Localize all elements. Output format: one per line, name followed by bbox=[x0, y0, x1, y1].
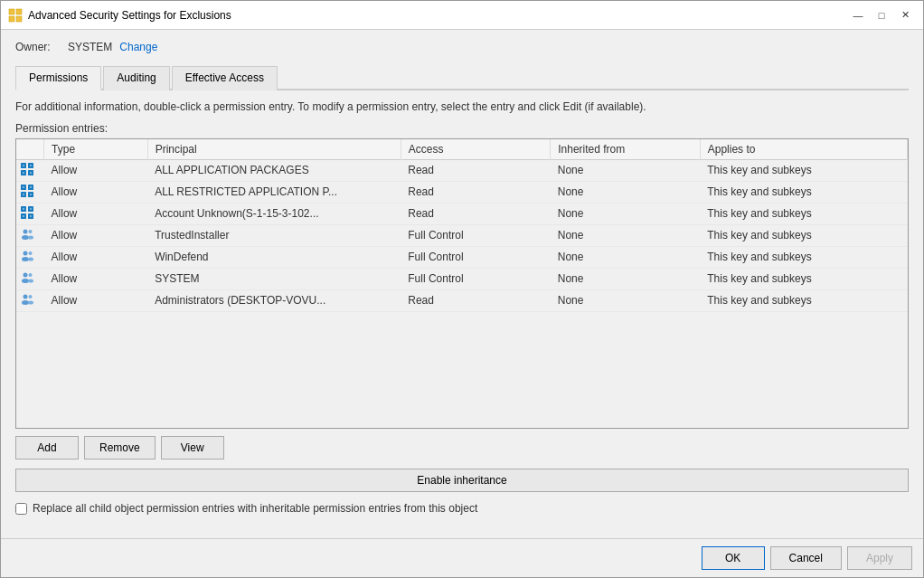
row-principal: TrustedInstaller bbox=[147, 224, 401, 246]
svg-point-38 bbox=[29, 273, 33, 277]
row-inherited-from: None bbox=[551, 246, 701, 268]
svg-point-37 bbox=[22, 279, 29, 283]
row-applies-to: This key and subkeys bbox=[700, 181, 907, 203]
svg-point-36 bbox=[24, 272, 28, 277]
col-principal-header: Principal bbox=[147, 139, 401, 160]
info-text: For additional information, double-click… bbox=[15, 99, 909, 115]
users-icon bbox=[20, 275, 34, 288]
enable-inheritance-button[interactable]: Enable inheritance bbox=[15, 469, 909, 492]
minimize-button[interactable]: — bbox=[847, 6, 869, 24]
row-access: Full Control bbox=[401, 224, 551, 246]
close-button[interactable]: ✕ bbox=[894, 6, 916, 24]
row-type: Allow bbox=[44, 203, 148, 224]
row-principal: SYSTEM bbox=[147, 268, 401, 289]
view-button[interactable]: View bbox=[161, 436, 224, 460]
row-icon-cell bbox=[16, 268, 44, 289]
svg-point-41 bbox=[22, 300, 29, 305]
row-applies-to: This key and subkeys bbox=[700, 246, 907, 268]
row-applies-to: This key and subkeys bbox=[700, 203, 907, 224]
row-icon-cell bbox=[16, 289, 44, 311]
svg-point-42 bbox=[29, 295, 33, 298]
cancel-button[interactable]: Cancel bbox=[770, 546, 842, 570]
users-icon bbox=[20, 253, 34, 266]
row-access: Read bbox=[401, 203, 551, 224]
svg-point-39 bbox=[28, 279, 33, 282]
row-access: Full Control bbox=[401, 246, 551, 268]
package-icon bbox=[20, 166, 34, 179]
svg-point-43 bbox=[28, 300, 33, 304]
table-header-row: Type Principal Access Inherited from App… bbox=[16, 139, 908, 160]
svg-rect-0 bbox=[9, 9, 14, 14]
permissions-table: Type Principal Access Inherited from App… bbox=[16, 139, 908, 312]
permission-entries-label: Permission entries: bbox=[15, 122, 909, 135]
row-principal: Administrators (DESKTOP-VOVU... bbox=[147, 289, 401, 311]
tab-permissions[interactable]: Permissions bbox=[15, 66, 101, 90]
package-icon bbox=[20, 188, 34, 201]
table-row[interactable]: AllowALL APPLICATION PACKAGESReadNoneThi… bbox=[16, 159, 908, 181]
row-applies-to: This key and subkeys bbox=[700, 224, 907, 246]
col-access-header: Access bbox=[401, 139, 551, 160]
owner-value: SYSTEM bbox=[68, 41, 112, 53]
row-applies-to: This key and subkeys bbox=[700, 289, 907, 311]
row-icon-cell bbox=[16, 181, 44, 203]
ok-button[interactable]: OK bbox=[702, 546, 765, 570]
owner-change-link[interactable]: Change bbox=[119, 41, 157, 53]
table-row[interactable]: AllowAdministrators (DESKTOP-VOVU...Read… bbox=[16, 289, 908, 311]
owner-label: Owner: bbox=[15, 41, 61, 53]
table-row[interactable]: AllowWinDefendFull ControlNoneThis key a… bbox=[16, 246, 908, 268]
footer: OK Cancel Apply bbox=[1, 538, 923, 577]
row-applies-to: This key and subkeys bbox=[700, 159, 907, 181]
row-inherited-from: None bbox=[551, 181, 701, 203]
users-icon bbox=[20, 297, 34, 309]
svg-point-28 bbox=[24, 229, 28, 233]
apply-button[interactable]: Apply bbox=[847, 546, 912, 570]
svg-rect-1 bbox=[16, 9, 22, 14]
row-applies-to: This key and subkeys bbox=[700, 268, 907, 289]
window-icon bbox=[8, 8, 23, 23]
row-inherited-from: None bbox=[551, 203, 701, 224]
titlebar-left: Advanced Security Settings for Exclusion… bbox=[8, 8, 231, 23]
row-icon-cell bbox=[16, 224, 44, 246]
main-window: Advanced Security Settings for Exclusion… bbox=[0, 0, 924, 578]
add-button[interactable]: Add bbox=[15, 436, 79, 460]
svg-point-33 bbox=[22, 257, 29, 261]
row-icon-cell bbox=[16, 203, 44, 224]
svg-point-30 bbox=[29, 230, 33, 233]
permissions-table-container[interactable]: Type Principal Access Inherited from App… bbox=[15, 138, 909, 429]
row-type: Allow bbox=[44, 268, 148, 289]
svg-point-31 bbox=[28, 235, 33, 239]
content-area: Owner: SYSTEM Change Permissions Auditin… bbox=[1, 30, 923, 538]
row-type: Allow bbox=[44, 181, 148, 203]
row-inherited-from: None bbox=[551, 268, 701, 289]
svg-point-40 bbox=[24, 294, 28, 298]
table-row[interactable]: AllowSYSTEMFull ControlNoneThis key and … bbox=[16, 268, 908, 289]
row-inherited-from: None bbox=[551, 224, 701, 246]
svg-rect-2 bbox=[9, 16, 14, 22]
row-type: Allow bbox=[44, 246, 148, 268]
table-row[interactable]: AllowTrustedInstallerFull ControlNoneThi… bbox=[16, 224, 908, 246]
col-type-header: Type bbox=[44, 139, 148, 160]
svg-point-32 bbox=[24, 251, 28, 255]
replace-permissions-checkbox[interactable] bbox=[15, 503, 27, 515]
svg-point-34 bbox=[29, 251, 33, 255]
table-row[interactable]: AllowALL RESTRICTED APPLICATION P...Read… bbox=[16, 181, 908, 203]
row-access: Read bbox=[401, 159, 551, 181]
users-icon bbox=[20, 232, 34, 244]
tab-effective-access[interactable]: Effective Access bbox=[172, 66, 278, 90]
window-title: Advanced Security Settings for Exclusion… bbox=[28, 9, 231, 22]
row-principal: ALL APPLICATION PACKAGES bbox=[147, 159, 401, 181]
package-icon bbox=[20, 210, 34, 223]
action-buttons-row: Add Remove View bbox=[15, 436, 909, 460]
col-inherited-header: Inherited from bbox=[551, 139, 701, 160]
row-type: Allow bbox=[44, 224, 148, 246]
titlebar: Advanced Security Settings for Exclusion… bbox=[1, 1, 923, 30]
maximize-button[interactable]: □ bbox=[871, 6, 892, 24]
row-access: Read bbox=[401, 289, 551, 311]
row-type: Allow bbox=[44, 289, 148, 311]
table-row[interactable]: AllowAccount Unknown(S-1-15-3-102...Read… bbox=[16, 203, 908, 224]
remove-button[interactable]: Remove bbox=[84, 436, 156, 460]
replace-permissions-label[interactable]: Replace all child object permission entr… bbox=[33, 501, 477, 516]
tab-auditing[interactable]: Auditing bbox=[103, 66, 169, 90]
row-access: Read bbox=[401, 181, 551, 203]
svg-rect-3 bbox=[16, 16, 22, 22]
